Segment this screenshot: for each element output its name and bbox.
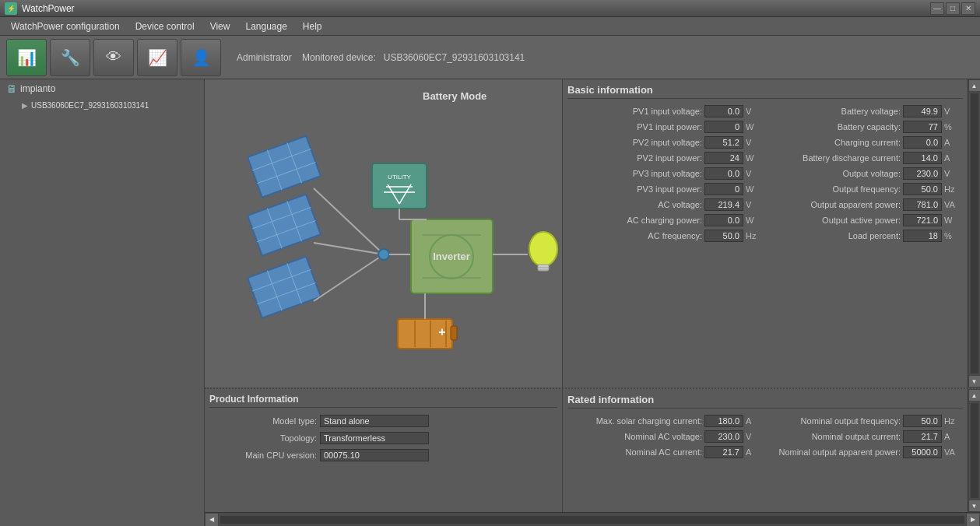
acp-label: AC charging power:: [571, 216, 702, 225]
menu-watchpower-config[interactable]: WatchPower configuration: [3, 19, 128, 33]
toolbar-btn-5[interactable]: 👤: [181, 39, 221, 76]
outap-unit: VA: [944, 200, 960, 209]
svg-text:UTILITY: UTILITY: [388, 174, 411, 181]
chgcur-value: 0.0: [903, 136, 942, 149]
rated-left-col: Max. solar charging current: 180.0 A Nom…: [567, 413, 764, 460]
outactp-value: 721.0: [903, 214, 942, 226]
sidebar-root-label: impianto: [20, 83, 55, 94]
info-row-dischgcur: Battery discharge current: 14.0 A: [766, 150, 963, 166]
loadpct-value: 18: [903, 230, 942, 242]
nomacv-label: Nominal AC voltage:: [571, 432, 702, 441]
outactp-unit: W: [944, 216, 960, 225]
batv-label: Battery voltage:: [769, 107, 901, 116]
right-scrollbar: ▲ ▼: [968, 79, 980, 387]
sidebar-item-device[interactable]: ▶ USB36060EC7_92931603103141: [0, 98, 204, 113]
nomoutfreq-unit: Hz: [944, 416, 960, 426]
computer-icon: 🖥: [6, 82, 17, 95]
acf-unit: Hz: [746, 231, 761, 240]
menu-device-control[interactable]: Device control: [128, 19, 202, 33]
outfreq-label: Output frequency:: [769, 184, 901, 194]
scroll-up-button[interactable]: ▲: [968, 79, 981, 92]
pv2v-value: 51.2: [704, 136, 743, 149]
svg-rect-10: [248, 257, 321, 318]
rated-row-nomoutap: Nominal output apparent power: 5000.0 VA: [766, 444, 963, 460]
pv1v-label: PV1 input voltage:: [571, 107, 702, 116]
pv3v-value: 0.0: [704, 167, 743, 180]
scroll-left-button[interactable]: ◀: [205, 513, 219, 527]
maximize-button[interactable]: □: [946, 2, 960, 15]
info-row-batv: Battery voltage: 49.9 V: [766, 103, 963, 119]
outfreq-value: 50.0: [903, 183, 942, 195]
nomaci-label: Nominal AC current:: [571, 447, 702, 457]
svg-text:+: +: [438, 325, 445, 338]
pv1p-value: 0: [704, 121, 743, 133]
topology-value: Transformerless: [320, 432, 429, 444]
nomoutap-label: Nominal output apparent power:: [769, 447, 901, 457]
chgcur-label: Charging current:: [769, 138, 901, 147]
info-row-outvolt: Output voltage: 230.0 V: [766, 166, 963, 181]
info-row-loadpct: Load percent: 18 %: [766, 228, 963, 244]
basic-info-panel: Basic information PV1 input voltage: 0.0…: [563, 79, 968, 387]
window-controls: — □ ✕: [930, 2, 975, 15]
cpu-version-label: Main CPU version:: [216, 451, 317, 460]
minimize-button[interactable]: —: [930, 2, 944, 15]
menu-view[interactable]: View: [202, 19, 238, 33]
outvolt-label: Output voltage:: [769, 169, 901, 178]
toolbar-btn-1[interactable]: 📊: [6, 39, 47, 76]
close-button[interactable]: ✕: [961, 2, 975, 15]
outfreq-unit: Hz: [944, 184, 960, 194]
menu-help[interactable]: Help: [295, 19, 330, 33]
nomaci-value: 21.7: [704, 446, 743, 458]
admin-label: Administrator: [237, 52, 292, 63]
rated-info-panel: Rated information Max. solar charging cu…: [563, 389, 968, 512]
scroll-down-button[interactable]: ▼: [968, 375, 981, 387]
pv3v-unit: V: [746, 169, 761, 178]
batcap-unit: %: [944, 122, 960, 132]
outvolt-value: 230.0: [903, 167, 942, 180]
info-row-pv2v: PV2 input voltage: 51.2 V: [567, 135, 764, 150]
right-scrollbar-bottom: ▲ ▼: [968, 389, 980, 512]
scroll-down-bottom-button[interactable]: ▼: [968, 500, 981, 512]
info-row-pv3p: PV3 input power: 0 W: [567, 181, 764, 197]
cpu-version-value: 00075.10: [320, 449, 429, 461]
sidebar-item-impianto[interactable]: 🖥 impianto: [0, 79, 204, 98]
rated-grid: Max. solar charging current: 180.0 A Nom…: [567, 413, 963, 460]
pv2p-value: 24: [704, 152, 743, 164]
model-type-value: Stand alone: [320, 415, 429, 427]
rated-row-nomaci: Nominal AC current: 21.7 A: [567, 444, 764, 460]
scroll-right-button[interactable]: ▶: [966, 513, 980, 527]
outap-label: Output apparent power:: [769, 200, 901, 209]
pv1p-label: PV1 input power:: [571, 122, 702, 132]
pv3p-value: 0: [704, 183, 743, 195]
product-info-title: Product Information: [209, 394, 557, 408]
rated-right-col: Nominal output frequency: 50.0 Hz Nomina…: [766, 413, 963, 460]
pv1v-unit: V: [746, 107, 761, 116]
scroll-track-horizontal[interactable]: [220, 516, 964, 524]
svg-line-17: [314, 254, 384, 301]
svg-text:Inverter: Inverter: [433, 251, 470, 262]
toolbar-btn-2[interactable]: 🔧: [50, 39, 90, 76]
toolbar-btn-3[interactable]: 👁: [93, 39, 134, 76]
outap-value: 781.0: [903, 198, 942, 211]
acp-unit: W: [746, 216, 761, 225]
topology-row: Topology: Transformerless: [209, 430, 557, 447]
rated-info-title: Rated information: [567, 394, 963, 409]
diagram-panel: Battery Mode: [205, 79, 563, 387]
dischgcur-label: Battery discharge current:: [769, 153, 901, 163]
svg-rect-0: [248, 136, 321, 198]
scroll-track-vertical[interactable]: [971, 93, 978, 373]
info-row-batcap: Battery capacity: 77 %: [766, 119, 963, 135]
scroll-track-bottom-vertical[interactable]: [971, 403, 978, 498]
app-icon: ⚡: [5, 2, 17, 15]
menu-language[interactable]: Language: [237, 19, 294, 33]
toolbar-btn-4[interactable]: 📈: [137, 39, 177, 76]
pv3p-label: PV3 input power:: [571, 184, 702, 194]
acv-unit: V: [746, 200, 761, 209]
scroll-up-bottom-button[interactable]: ▲: [968, 389, 981, 402]
model-type-label: Model type:: [216, 416, 317, 426]
main-layout: 🖥 impianto ▶ USB36060EC7_92931603103141 …: [0, 79, 980, 526]
chgcur-unit: A: [944, 138, 960, 147]
acf-label: AC frequency:: [571, 231, 702, 240]
nomoutcur-unit: A: [944, 432, 960, 441]
acp-value: 0.0: [704, 214, 743, 226]
